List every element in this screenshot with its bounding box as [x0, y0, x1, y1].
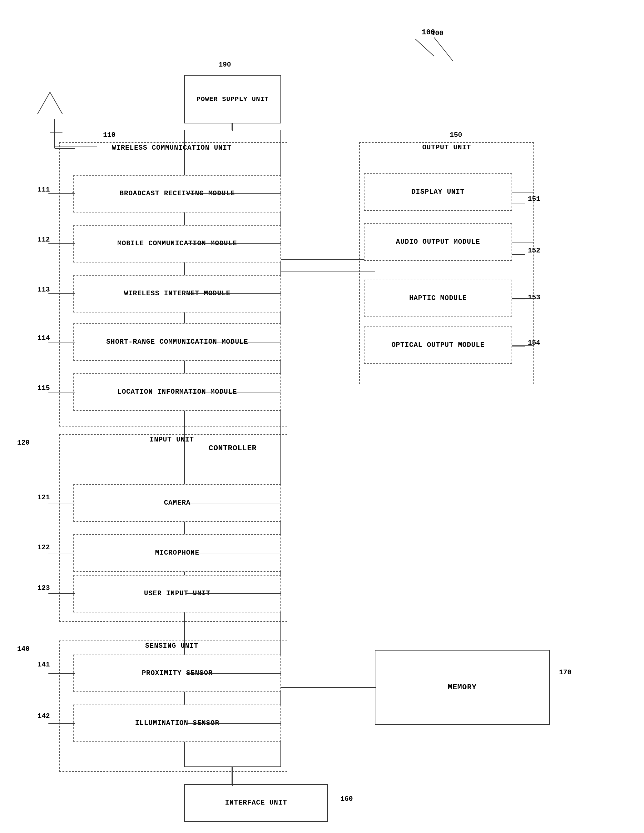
output-unit-label: OUTPUT UNIT — [362, 144, 531, 151]
location-module-box: LOCATION INFORMATION MODULE — [73, 373, 281, 411]
user-input-box: USER INPUT UNIT — [73, 575, 281, 613]
audio-output-box: AUDIO OUTPUT MODULE — [364, 224, 512, 261]
ref-141: 141 — [37, 661, 50, 669]
ref-115: 115 — [37, 384, 50, 392]
ref-123: 123 — [37, 584, 50, 592]
short-range-box: SHORT-RANGE COMMUNICATION MODULE — [73, 323, 281, 361]
svg-line-32 — [50, 92, 63, 114]
wireless-internet-box: WIRELESS INTERNET MODULE — [73, 275, 281, 312]
proximity-sensor-box: PROXIMITY SENSOR — [73, 654, 281, 692]
ref-114: 114 — [37, 334, 50, 342]
input-unit-label: INPUT UNIT — [63, 436, 281, 444]
broadcast-module-box: BROADCAST RECEIVING MODULE — [73, 175, 281, 212]
ref-153: 153 — [528, 294, 540, 302]
ref-111: 111 — [37, 186, 50, 194]
mobile-comm-box: MOBILE COMMUNICATION MODULE — [73, 225, 281, 262]
svg-line-31 — [37, 92, 50, 114]
ref-170: 170 — [559, 669, 572, 677]
svg-line-2 — [415, 39, 434, 56]
ref-140: 140 — [17, 645, 30, 653]
ref-150: 150 — [450, 131, 462, 139]
svg-line-34 — [434, 37, 453, 61]
antenna-symbol — [31, 89, 69, 137]
ref-152: 152 — [528, 247, 540, 255]
ref-113: 113 — [37, 286, 50, 294]
ref-121: 121 — [37, 494, 50, 502]
main-ref-100: 100 — [422, 28, 435, 37]
ref-112: 112 — [37, 236, 50, 244]
ref-154: 154 — [528, 339, 540, 347]
ref-160: 160 — [340, 795, 353, 803]
power-supply-box: POWER SUPPLY UNIT — [184, 75, 281, 124]
microphone-box: MICROPHONE — [73, 534, 281, 572]
ref-190: 190 — [218, 61, 231, 69]
ref-122: 122 — [37, 544, 50, 552]
interface-unit-box: INTERFACE UNIT — [184, 784, 328, 822]
illumination-sensor-box: ILLUMINATION SENSOR — [73, 704, 281, 742]
display-unit-box: DISPLAY UNIT — [364, 174, 512, 211]
ref-120: 120 — [17, 439, 30, 447]
ref-110: 110 — [103, 131, 116, 139]
haptic-module-box: HAPTIC MODULE — [364, 280, 512, 317]
optical-output-box: OPTICAL OUTPUT MODULE — [364, 326, 512, 364]
memory-box: MEMORY — [375, 650, 550, 725]
wireless-comm-label: WIRELESS COMMUNICATION UNIT — [63, 144, 281, 153]
ref-151: 151 — [528, 195, 540, 203]
sensing-unit-label: SENSING UNIT — [63, 642, 281, 650]
ref-142: 142 — [37, 712, 50, 720]
camera-box: CAMERA — [73, 484, 281, 522]
diagram: 100 190 POWER SUPPLY UNIT 180 CONTROLLER… — [0, 0, 644, 833]
